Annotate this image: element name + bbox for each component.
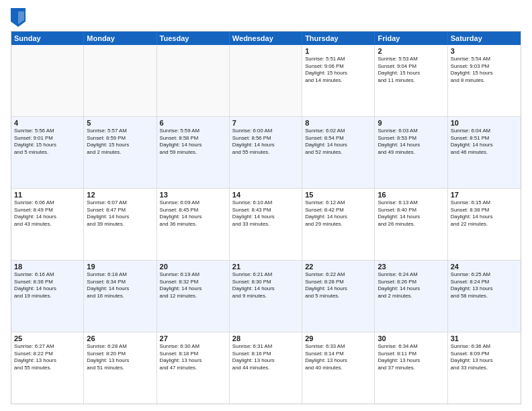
day-info: Sunrise: 6:24 AMSunset: 8:26 PMDaylight:… [378,271,444,300]
header [11,8,521,27]
header-cell-thursday: Thursday [302,32,375,45]
logo [11,8,28,27]
day-cell-29: 29Sunrise: 6:33 AMSunset: 8:14 PMDayligh… [302,332,375,404]
day-info: Sunrise: 5:53 AMSunset: 9:04 PMDaylight:… [378,56,444,84]
day-number: 21 [232,263,299,271]
day-info: Sunrise: 5:54 AMSunset: 9:03 PMDaylight:… [451,56,518,84]
day-number: 16 [378,191,444,199]
header-cell-wednesday: Wednesday [230,32,302,45]
day-number: 24 [451,263,518,271]
day-info: Sunrise: 6:09 AMSunset: 8:45 PMDaylight:… [160,199,226,228]
day-cell-27: 27Sunrise: 6:30 AMSunset: 8:18 PMDayligh… [157,332,230,404]
day-cell-30: 30Sunrise: 6:34 AMSunset: 8:11 PMDayligh… [375,332,447,404]
calendar-row-1: 4Sunrise: 5:56 AMSunset: 9:01 PMDaylight… [11,116,521,188]
day-cell-23: 23Sunrise: 6:24 AMSunset: 8:26 PMDayligh… [375,261,447,332]
day-info: Sunrise: 6:12 AMSunset: 8:42 PMDaylight:… [305,199,371,228]
day-number: 9 [378,119,444,127]
calendar: SundayMondayTuesdayWednesdayThursdayFrid… [11,31,521,404]
header-cell-monday: Monday [84,32,157,45]
day-info: Sunrise: 6:18 AMSunset: 8:34 PMDaylight:… [87,271,153,300]
calendar-row-3: 18Sunrise: 6:16 AMSunset: 8:36 PMDayligh… [11,260,521,332]
day-number: 25 [14,334,81,342]
day-cell-11: 11Sunrise: 6:06 AMSunset: 8:49 PMDayligh… [11,189,84,260]
day-number: 23 [378,263,444,271]
day-cell-20: 20Sunrise: 6:19 AMSunset: 8:32 PMDayligh… [157,261,230,332]
header-cell-saturday: Saturday [448,32,521,45]
day-number: 27 [160,334,226,342]
calendar-row-2: 11Sunrise: 6:06 AMSunset: 8:49 PMDayligh… [11,188,521,260]
day-info: Sunrise: 6:03 AMSunset: 8:53 PMDaylight:… [378,128,444,156]
day-cell-9: 9Sunrise: 6:03 AMSunset: 8:53 PMDaylight… [375,117,447,188]
day-info: Sunrise: 6:36 AMSunset: 8:09 PMDaylight:… [451,343,518,371]
day-number: 6 [160,119,226,127]
day-cell-24: 24Sunrise: 6:25 AMSunset: 8:24 PMDayligh… [448,261,521,332]
day-cell-19: 19Sunrise: 6:18 AMSunset: 8:34 PMDayligh… [84,261,157,332]
day-cell-2: 2Sunrise: 5:53 AMSunset: 9:04 PMDaylight… [375,45,447,116]
day-number: 11 [14,191,81,199]
empty-cell [11,45,84,116]
day-number: 20 [160,263,226,271]
day-number: 2 [378,47,444,55]
day-cell-1: 1Sunrise: 5:51 AMSunset: 9:06 PMDaylight… [302,45,375,116]
day-number: 5 [87,119,153,127]
day-cell-14: 14Sunrise: 6:10 AMSunset: 8:43 PMDayligh… [230,189,302,260]
day-cell-3: 3Sunrise: 5:54 AMSunset: 9:03 PMDaylight… [448,45,521,116]
day-cell-12: 12Sunrise: 6:07 AMSunset: 8:47 PMDayligh… [84,189,157,260]
day-number: 1 [305,47,371,55]
day-number: 30 [378,334,444,342]
day-number: 26 [87,334,153,342]
day-info: Sunrise: 6:30 AMSunset: 8:18 PMDaylight:… [160,343,226,371]
day-cell-25: 25Sunrise: 6:27 AMSunset: 8:22 PMDayligh… [11,332,84,404]
page: SundayMondayTuesdayWednesdayThursdayFrid… [0,0,532,411]
day-cell-22: 22Sunrise: 6:22 AMSunset: 8:28 PMDayligh… [302,261,375,332]
day-cell-4: 4Sunrise: 5:56 AMSunset: 9:01 PMDaylight… [11,117,84,188]
day-number: 31 [451,334,518,342]
day-info: Sunrise: 6:22 AMSunset: 8:28 PMDaylight:… [305,271,371,300]
day-cell-31: 31Sunrise: 6:36 AMSunset: 8:09 PMDayligh… [448,332,521,404]
calendar-row-4: 25Sunrise: 6:27 AMSunset: 8:22 PMDayligh… [11,332,521,404]
header-cell-tuesday: Tuesday [157,32,230,45]
day-info: Sunrise: 6:16 AMSunset: 8:36 PMDaylight:… [14,271,81,300]
calendar-row-0: 1Sunrise: 5:51 AMSunset: 9:06 PMDaylight… [11,45,521,116]
day-number: 10 [451,119,518,127]
day-number: 7 [232,119,299,127]
day-info: Sunrise: 6:28 AMSunset: 8:20 PMDaylight:… [87,343,153,371]
day-number: 13 [160,191,226,199]
day-number: 14 [232,191,299,199]
day-info: Sunrise: 6:33 AMSunset: 8:14 PMDaylight:… [305,343,371,371]
day-cell-13: 13Sunrise: 6:09 AMSunset: 8:45 PMDayligh… [157,189,230,260]
logo-icon [11,8,26,27]
day-info: Sunrise: 6:04 AMSunset: 8:51 PMDaylight:… [451,128,518,156]
day-info: Sunrise: 5:59 AMSunset: 8:58 PMDaylight:… [160,128,226,156]
day-info: Sunrise: 6:25 AMSunset: 8:24 PMDaylight:… [451,271,518,300]
day-number: 12 [87,191,153,199]
empty-cell [84,45,157,116]
header-cell-sunday: Sunday [11,32,84,45]
day-info: Sunrise: 6:15 AMSunset: 8:38 PMDaylight:… [451,199,518,228]
day-number: 19 [87,263,153,271]
day-number: 4 [14,119,81,127]
day-info: Sunrise: 6:10 AMSunset: 8:43 PMDaylight:… [232,199,299,228]
day-number: 3 [451,47,518,55]
empty-cell [157,45,230,116]
day-cell-26: 26Sunrise: 6:28 AMSunset: 8:20 PMDayligh… [84,332,157,404]
day-cell-6: 6Sunrise: 5:59 AMSunset: 8:58 PMDaylight… [157,117,230,188]
calendar-header: SundayMondayTuesdayWednesdayThursdayFrid… [11,32,521,45]
day-cell-5: 5Sunrise: 5:57 AMSunset: 8:59 PMDaylight… [84,117,157,188]
day-info: Sunrise: 6:21 AMSunset: 8:30 PMDaylight:… [232,271,299,300]
day-info: Sunrise: 6:19 AMSunset: 8:32 PMDaylight:… [160,271,226,300]
day-cell-8: 8Sunrise: 6:02 AMSunset: 8:54 PMDaylight… [302,117,375,188]
day-info: Sunrise: 6:07 AMSunset: 8:47 PMDaylight:… [87,199,153,228]
day-info: Sunrise: 6:06 AMSunset: 8:49 PMDaylight:… [14,199,81,228]
day-number: 17 [451,191,518,199]
calendar-body: 1Sunrise: 5:51 AMSunset: 9:06 PMDaylight… [11,45,521,404]
day-info: Sunrise: 6:34 AMSunset: 8:11 PMDaylight:… [378,343,444,371]
day-number: 28 [232,334,299,342]
day-info: Sunrise: 5:57 AMSunset: 8:59 PMDaylight:… [87,128,153,156]
header-cell-friday: Friday [375,32,447,45]
day-info: Sunrise: 6:27 AMSunset: 8:22 PMDaylight:… [14,343,81,371]
day-cell-17: 17Sunrise: 6:15 AMSunset: 8:38 PMDayligh… [448,189,521,260]
day-info: Sunrise: 6:02 AMSunset: 8:54 PMDaylight:… [305,128,371,156]
day-info: Sunrise: 6:31 AMSunset: 8:16 PMDaylight:… [232,343,299,371]
day-cell-18: 18Sunrise: 6:16 AMSunset: 8:36 PMDayligh… [11,261,84,332]
